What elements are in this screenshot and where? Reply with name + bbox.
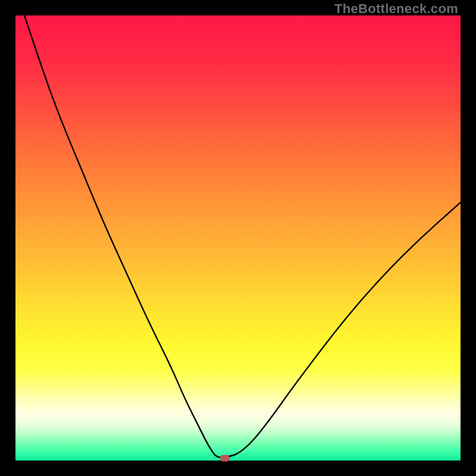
bottleneck-curve-svg: [15, 15, 461, 461]
plot-area: [15, 15, 461, 461]
optimum-marker: [220, 455, 230, 462]
bottleneck-curve: [24, 15, 461, 458]
watermark-text: TheBottleneck.com: [334, 1, 458, 17]
chart-frame: TheBottleneck.com: [0, 0, 476, 476]
